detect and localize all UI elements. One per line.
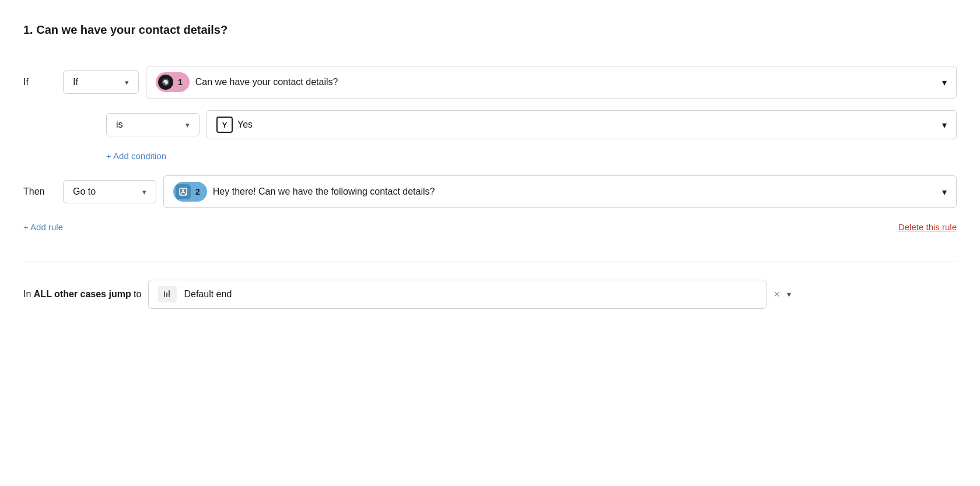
goto-badge-icon — [176, 184, 191, 199]
page-title: 1. Can we have your contact details? — [23, 23, 957, 37]
svg-rect-6 — [169, 290, 170, 297]
condition-row: is ▾ Y Yes ▾ — [106, 110, 957, 139]
is-dropdown-label: is — [116, 119, 123, 130]
question-select[interactable]: 1 Can we have your contact details? ▾ — [146, 66, 957, 98]
goto-select-chevron: ▾ — [942, 186, 947, 198]
goto-badge: 2 — [173, 182, 207, 202]
add-condition-container: + Add condition — [106, 151, 166, 161]
goto-select[interactable]: 2 Hey there! Can we have the following c… — [163, 175, 957, 208]
svg-rect-5 — [166, 293, 167, 297]
goto-dropdown[interactable]: Go to ▾ — [63, 180, 156, 203]
yes-label: Yes — [237, 119, 253, 130]
default-end-label: Default end — [184, 289, 232, 300]
if-row: If If ▾ 1 Can we have your contact de — [23, 66, 957, 98]
if-dropdown-chevron: ▾ — [125, 78, 129, 87]
is-dropdown[interactable]: is ▾ — [106, 113, 200, 136]
all-cases-label: In ALL other cases jump to — [23, 289, 141, 300]
if-dropdown[interactable]: If ▾ — [63, 71, 139, 94]
goto-question-text: Hey there! Can we have the following con… — [213, 186, 435, 197]
section-divider — [23, 262, 957, 262]
goto-badge-number: 2 — [195, 187, 200, 196]
goto-dropdown-label: Go to — [73, 186, 96, 197]
add-rule-link[interactable]: + Add rule — [23, 222, 63, 232]
y-badge: Y — [216, 117, 233, 133]
clear-button[interactable]: × — [774, 288, 780, 301]
svg-point-1 — [164, 81, 167, 83]
default-end-select[interactable]: Default end — [148, 280, 766, 309]
delete-rule-container: Delete this rule — [898, 222, 957, 233]
question-text: Can we have your contact details? — [195, 77, 338, 87]
question-badge-icon — [158, 75, 173, 90]
then-row: Then Go to ▾ 2 Hey there! Can we have — [23, 175, 957, 208]
if-label: If — [23, 77, 56, 87]
if-dropdown-label: If — [73, 77, 78, 87]
question-badge: 1 — [156, 72, 190, 92]
svg-rect-4 — [164, 291, 165, 297]
then-label: Then — [23, 186, 56, 197]
add-rule-container: + Add rule — [23, 222, 63, 233]
value-select[interactable]: Y Yes ▾ — [206, 110, 957, 139]
goto-dropdown-chevron: ▾ — [142, 188, 146, 196]
question-select-chevron: ▾ — [942, 77, 947, 88]
add-condition-link[interactable]: + Add condition — [106, 151, 166, 161]
actions-row: + Add rule Delete this rule — [23, 222, 957, 233]
rule-section: If If ▾ 1 Can we have your contact de — [23, 54, 957, 262]
default-chevron: ▾ — [787, 290, 791, 299]
all-cases-row: In ALL other cases jump to Default end ×… — [23, 280, 957, 309]
value-select-chevron: ▾ — [942, 119, 947, 131]
is-dropdown-chevron: ▾ — [186, 121, 190, 129]
svg-point-3 — [182, 189, 184, 192]
default-end-badge-icon — [158, 286, 177, 302]
delete-rule-link[interactable]: Delete this rule — [898, 222, 957, 232]
question-badge-number: 1 — [178, 78, 183, 87]
